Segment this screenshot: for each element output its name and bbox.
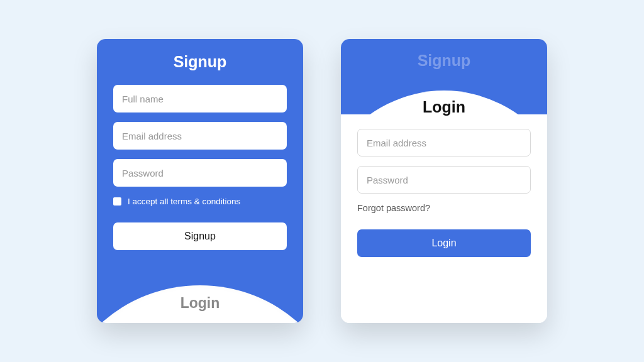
terms-row: I accept all terms & conditions <box>113 197 287 206</box>
login-panel: Login Forgot password? Login <box>341 98 547 257</box>
signup-panel: Signup I accept all terms & conditions S… <box>97 39 303 323</box>
fullname-input[interactable] <box>113 85 287 112</box>
signup-button[interactable]: Signup <box>113 222 287 250</box>
login-fields <box>357 129 531 194</box>
signup-title: Signup <box>113 53 287 71</box>
forgot-password-link[interactable]: Forgot password? <box>357 203 531 213</box>
signup-fields <box>113 85 287 187</box>
login-button[interactable]: Login <box>357 229 531 257</box>
login-title: Login <box>357 98 531 116</box>
signup-card: Signup I accept all terms & conditions S… <box>97 39 303 323</box>
terms-checkbox[interactable] <box>113 197 121 206</box>
switch-to-signup-label[interactable]: Signup <box>341 52 547 70</box>
email-input[interactable] <box>113 122 287 150</box>
password-input[interactable] <box>113 159 287 187</box>
login-card: Signup Login Forgot password? Login <box>341 39 547 323</box>
switch-to-login-label[interactable]: Login <box>97 295 303 312</box>
terms-label: I accept all terms & conditions <box>128 197 240 206</box>
login-email-input[interactable] <box>357 129 531 156</box>
login-password-input[interactable] <box>357 166 531 194</box>
